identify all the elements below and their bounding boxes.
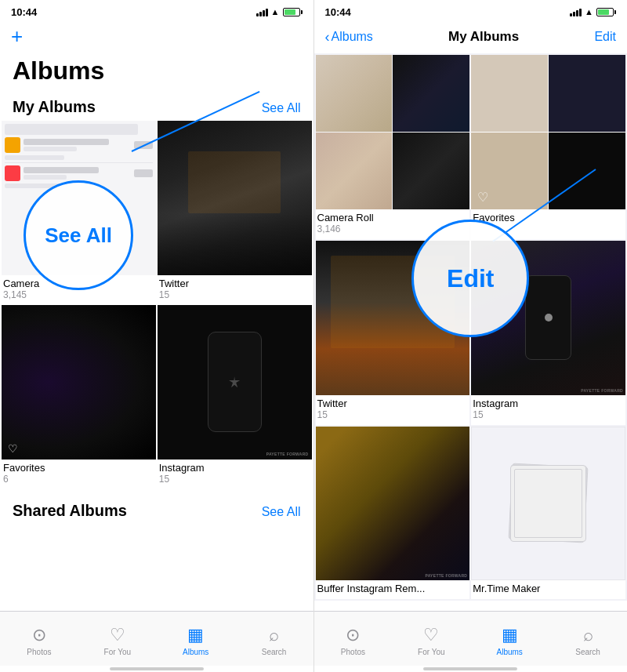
left-screen: 10:44 ▲ + Albums My Albums See (0, 0, 314, 672)
search-tab-label-right: Search (575, 648, 600, 656)
shared-albums-section: Shared Albums See All (0, 496, 314, 525)
nav-bar-left: + (0, 22, 314, 53)
battery-icon-right (596, 8, 616, 16)
back-label: Albums (332, 30, 373, 44)
tab-search-right[interactable]: ⌕ Search (549, 625, 627, 656)
right-nav-title: My Albums (373, 29, 595, 45)
albums-tab-icon-right: ▦ (502, 625, 518, 645)
tab-for-you-right[interactable]: ♡ For You (392, 625, 470, 656)
shared-albums-title: Shared Albums (13, 502, 127, 520)
status-time-left: 10:44 (11, 6, 37, 18)
add-button[interactable]: + (11, 26, 23, 46)
my-albums-title: My Albums (13, 98, 96, 116)
see-all-my-albums[interactable]: See All (262, 101, 301, 115)
tab-albums-right[interactable]: ▦ Albums (470, 625, 549, 656)
page-title-left: Albums (0, 53, 314, 92)
album-name-favorites-right: Favorites (473, 212, 624, 223)
wifi-icon-right: ▲ (585, 7, 593, 16)
search-tab-icon: ⌕ (269, 625, 279, 645)
status-bar-right: 10:44 ▲ (314, 0, 628, 22)
signal-icon (256, 7, 268, 16)
list-item[interactable]: Mr.Time Maker (471, 427, 625, 600)
heart-badge-right: ♡ (477, 190, 488, 205)
home-indicator-right (314, 666, 628, 672)
album-name-instagram-right: Instagram (473, 398, 624, 409)
list-item[interactable]: PAYETTE FORWARD Buffer Instagram Rem... (316, 427, 470, 600)
for-you-tab-label-right: For You (418, 648, 444, 656)
album-name-twitter-right: Twitter (317, 398, 469, 409)
tab-albums-left[interactable]: ▦ Albums (157, 625, 235, 656)
photos-tab-icon: ⊙ (32, 625, 46, 645)
photos-tab-label-right: Photos (341, 648, 365, 656)
tab-bar-left: ⊙ Photos ♡ For You ▦ Albums ⌕ Search (0, 611, 314, 666)
search-tab-label: Search (262, 648, 287, 656)
edit-button-right[interactable]: Edit (594, 30, 616, 44)
for-you-tab-label: For You (104, 648, 131, 656)
album-thumb-instagram: PAYETTE FORWARD (158, 305, 312, 460)
album-thumb-instagram-right: PAYETTE FORWARD (471, 241, 625, 395)
back-button-right[interactable]: ‹ Albums (325, 30, 373, 44)
album-count-camera-roll-right: 3,146 (317, 223, 469, 234)
albums-tab-label: Albums (183, 648, 208, 656)
list-item[interactable]: ♡ Favorites (471, 55, 625, 239)
status-time-right: 10:44 (325, 6, 351, 18)
search-tab-icon-right: ⌕ (583, 625, 593, 645)
heart-icon: ♡ (8, 442, 18, 455)
status-bar-left: 10:44 ▲ (0, 0, 314, 22)
list-item[interactable]: PAYETTE FORWARD Instagram 15 (158, 305, 312, 488)
list-item[interactable]: ♡ Favorites 6 (2, 305, 156, 488)
photos-tab-icon-right: ⊙ (346, 625, 360, 645)
nav-bar-right: ‹ Albums My Albums Edit (314, 22, 628, 53)
for-you-tab-icon: ♡ (110, 625, 125, 645)
album-count-instagram-right: 15 (473, 409, 624, 420)
albums-tab-label-right: Albums (497, 648, 523, 656)
right-screen: 10:44 ▲ ‹ Albums My Albums Edit (314, 0, 628, 672)
tab-bar-right: ⊙ Photos ♡ For You ▦ Albums ⌕ Search (314, 611, 628, 666)
photos-tab-label: Photos (27, 648, 51, 656)
album-thumb-favorites-right: ♡ (471, 55, 625, 209)
my-albums-header: My Albums See All (0, 92, 314, 121)
album-count-twitter-right: 15 (317, 409, 469, 420)
wifi-icon: ▲ (271, 7, 280, 16)
album-thumb-empty-right (471, 427, 625, 581)
status-icons-left: ▲ (256, 7, 303, 16)
list-item[interactable]: Twitter 15 (316, 241, 470, 425)
for-you-tab-icon-right: ♡ (423, 625, 439, 645)
right-album-grid: Camera Roll 3,146 ♡ Favorites (314, 53, 628, 601)
tab-photos-left[interactable]: ⊙ Photos (0, 625, 78, 656)
album-name-camera-roll-right: Camera Roll (317, 212, 469, 223)
left-content: My Albums See All (0, 92, 314, 611)
signal-icon-right (570, 7, 582, 16)
album-name-twitter: Twitter (158, 275, 312, 289)
album-thumb-buffer-right: PAYETTE FORWARD (316, 427, 470, 581)
see-all-annotation-circle: See All (24, 180, 133, 290)
album-count-camera: 3,145 (2, 289, 156, 303)
home-indicator-left (0, 666, 314, 672)
list-item[interactable]: PAYETTE FORWARD Instagram 15 (471, 241, 625, 425)
shared-albums-header: Shared Albums See All (0, 496, 314, 525)
album-thumb-twitter (158, 121, 312, 275)
tab-for-you-left[interactable]: ♡ For You (78, 625, 157, 656)
album-name-buffer-right: Buffer Instagram Rem... (317, 583, 469, 594)
album-name-instagram: Instagram (158, 460, 312, 474)
tab-search-left[interactable]: ⌕ Search (235, 625, 314, 656)
albums-tab-icon: ▦ (187, 625, 204, 645)
battery-icon (283, 8, 303, 16)
album-count-instagram: 15 (158, 474, 312, 488)
status-icons-right: ▲ (570, 7, 616, 16)
album-thumb-twitter-right (316, 241, 470, 395)
album-name-favorites: Favorites (2, 460, 156, 474)
list-item[interactable]: Camera Roll 3,146 (316, 55, 470, 239)
see-all-annotation-text: See All (45, 223, 112, 248)
list-item[interactable]: Twitter 15 (158, 121, 312, 303)
album-thumb-favorites: ♡ (2, 305, 156, 460)
right-content: Camera Roll 3,146 ♡ Favorites (314, 53, 628, 611)
album-thumb-camera-roll-right (316, 55, 470, 209)
see-all-shared[interactable]: See All (262, 505, 301, 519)
album-count-twitter: 15 (158, 289, 312, 303)
album-name-empty-right: Mr.Time Maker (473, 583, 624, 594)
tab-photos-right[interactable]: ⊙ Photos (314, 625, 393, 656)
left-album-grid: Camera 3,145 Twitter 15 ♡ (0, 121, 314, 489)
album-count-favorites: 6 (2, 474, 156, 488)
